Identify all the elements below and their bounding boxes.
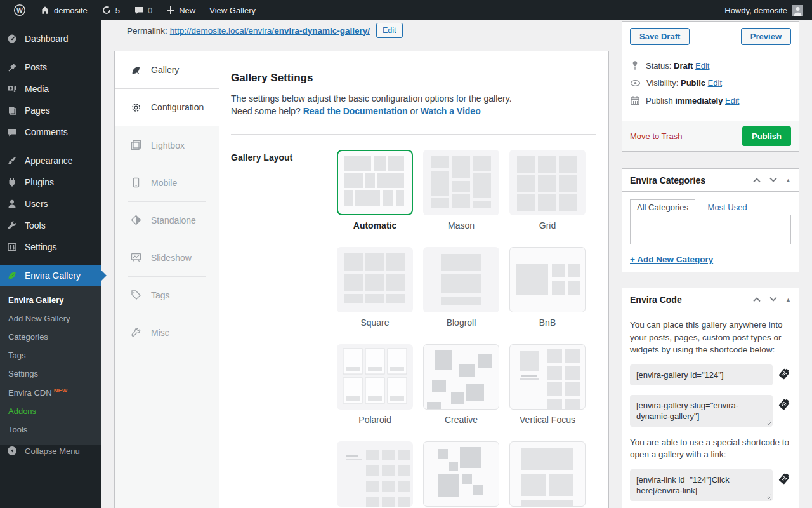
- shortcode-slug-textarea[interactable]: [envira-gallery slug="envira-dynamic-gal…: [630, 395, 773, 427]
- submenu-tags[interactable]: Tags: [0, 346, 102, 364]
- copy-clipboard-icon[interactable]: [777, 398, 791, 413]
- save-draft-button[interactable]: Save Draft: [630, 28, 690, 45]
- layout-option-row4-1[interactable]: [337, 441, 413, 507]
- layout-option-row4-3[interactable]: [509, 441, 586, 507]
- comments-menu-item[interactable]: 0: [127, 0, 159, 20]
- submenu-addons[interactable]: Addons: [0, 402, 102, 420]
- move-down-icon[interactable]: [769, 177, 778, 183]
- site-name: demosite: [54, 6, 88, 15]
- gallery-layout-label: Gallery Layout: [231, 150, 337, 507]
- layout-option-row4-2[interactable]: [423, 441, 499, 507]
- admin-bar: W demosite 5 0 New View Gallery Howdy, d…: [0, 0, 812, 20]
- layout-option-polaroid[interactable]: Polaroid: [337, 344, 413, 425]
- layout-option-mason[interactable]: Mason: [423, 150, 499, 231]
- sidebar-item-posts[interactable]: Posts: [0, 57, 102, 78]
- tab-tags[interactable]: Tags: [115, 276, 219, 314]
- plus-icon: [166, 6, 175, 15]
- view-gallery-menu-item[interactable]: View Gallery: [202, 0, 263, 20]
- envira-categories-box: Envira Categories ▲ All Categories Most …: [622, 168, 799, 272]
- collapse-icon: [7, 446, 17, 456]
- layout-option-square[interactable]: Square: [337, 247, 413, 328]
- sidebar-item-dashboard[interactable]: Dashboard: [0, 28, 102, 50]
- shortcode-id-textarea[interactable]: [envira-gallery id="124"]: [630, 364, 773, 385]
- move-up-icon[interactable]: [752, 177, 761, 183]
- edit-schedule-link[interactable]: Edit: [725, 96, 739, 105]
- tab-configuration[interactable]: Configuration: [115, 89, 219, 126]
- edit-status-link[interactable]: Edit: [695, 61, 709, 70]
- move-up-icon[interactable]: [752, 297, 761, 302]
- toggle-panel-icon[interactable]: ▲: [785, 297, 791, 303]
- submenu-categories[interactable]: Categories: [0, 328, 102, 346]
- permalink-link[interactable]: http://demosite.local/envira/envira-dyna…: [170, 26, 370, 36]
- read-documentation-link[interactable]: Read the Documentation: [303, 106, 408, 116]
- tab-lightbox[interactable]: Lightbox: [115, 126, 219, 164]
- toggle-panel-icon[interactable]: ▲: [785, 177, 791, 184]
- home-icon: [40, 5, 50, 15]
- layout-option-automatic[interactable]: Automatic: [337, 150, 413, 231]
- site-menu-item[interactable]: demosite: [33, 0, 95, 20]
- watch-video-link[interactable]: Watch a Video: [421, 106, 481, 116]
- layout-option-grid[interactable]: Grid: [509, 150, 586, 231]
- copy-clipboard-icon[interactable]: [777, 367, 791, 383]
- layout-option-creative[interactable]: Creative: [423, 344, 499, 425]
- comments-icon: [134, 6, 144, 15]
- settings-icon: [7, 242, 17, 252]
- permalink-edit-button[interactable]: Edit: [376, 23, 403, 38]
- plug-icon: [7, 177, 17, 187]
- move-to-trash-link[interactable]: Move to Trash: [630, 131, 682, 141]
- pin-icon: [630, 60, 640, 70]
- howdy-label: Howdy, demosite: [724, 6, 787, 15]
- submenu-tools[interactable]: Tools: [0, 420, 102, 439]
- lightbox-icon: [131, 140, 141, 150]
- publish-button[interactable]: Publish: [742, 126, 791, 146]
- sidebar-item-plugins[interactable]: Plugins: [0, 171, 102, 193]
- dashboard-icon: [7, 34, 17, 44]
- sidebar-item-pages[interactable]: Pages: [0, 100, 102, 121]
- sidebar-item-media[interactable]: Media: [0, 78, 102, 100]
- categories-box-title: Envira Categories: [630, 175, 705, 185]
- preview-button[interactable]: Preview: [741, 28, 791, 45]
- shortcode-link-textarea[interactable]: [envira-link id="124"]Click here[/envira…: [630, 469, 773, 501]
- sidebar-item-appearance[interactable]: Appearance: [0, 150, 102, 171]
- submenu-add-new-gallery[interactable]: Add New Gallery: [0, 309, 102, 328]
- settings-description: The settings below adjust the basic conf…: [231, 92, 596, 105]
- new-menu-item[interactable]: New: [159, 0, 202, 20]
- my-account-menu-item[interactable]: Howdy, demosite: [724, 0, 812, 20]
- sidebar-item-envira-gallery[interactable]: Envira Gallery: [0, 265, 102, 286]
- move-down-icon[interactable]: [769, 297, 778, 302]
- settings-heading: Gallery Settings: [231, 72, 596, 84]
- admin-sidebar: Dashboard Posts Media Pages Comments App…: [0, 20, 102, 508]
- copy-clipboard-icon[interactable]: [777, 472, 791, 488]
- settings-tabs: Gallery Configuration Lightbox Mobile St…: [115, 51, 219, 508]
- tab-standalone[interactable]: Standalone: [115, 201, 219, 239]
- tab-most-used[interactable]: Most Used: [708, 203, 747, 212]
- updates-menu-item[interactable]: 5: [95, 0, 127, 20]
- layout-option-blogroll[interactable]: Blogroll: [423, 247, 499, 328]
- settings-help-line: Need some help? Read the Documentation o…: [231, 105, 596, 117]
- tab-all-categories[interactable]: All Categories: [630, 199, 695, 215]
- sidebar-item-users[interactable]: Users: [0, 193, 102, 215]
- visibility-row: Visibility: Public Edit: [630, 78, 791, 88]
- tab-content: Gallery Settings The settings below adju…: [219, 51, 608, 508]
- standalone-icon: [131, 215, 141, 225]
- tab-gallery[interactable]: Gallery: [115, 51, 219, 89]
- sidebar-item-comments[interactable]: Comments: [0, 121, 102, 143]
- submenu-settings[interactable]: Settings: [0, 364, 102, 383]
- tab-misc[interactable]: Misc: [115, 314, 219, 351]
- layout-option-vertical-focus[interactable]: Vertical Focus: [509, 344, 586, 425]
- layout-option-bnb[interactable]: BnB: [509, 247, 586, 328]
- layout-grid: Automatic Mason Grid: [337, 150, 586, 507]
- sidebar-item-tools[interactable]: Tools: [0, 215, 102, 236]
- sidebar-item-settings[interactable]: Settings: [0, 236, 102, 258]
- edit-visibility-link[interactable]: Edit: [708, 78, 722, 88]
- wordpress-logo-icon[interactable]: W: [6, 0, 33, 20]
- add-new-category-link[interactable]: + Add New Category: [630, 255, 713, 264]
- submenu-envira-gallery[interactable]: Envira Gallery: [0, 291, 102, 309]
- category-list[interactable]: [630, 215, 791, 244]
- tab-mobile[interactable]: Mobile: [115, 164, 219, 201]
- collapse-menu-button[interactable]: Collapse Menu: [0, 440, 102, 462]
- eye-icon: [630, 79, 641, 88]
- publish-box: Save Draft Preview Status: Draft Edit Vi…: [622, 21, 799, 152]
- submenu-envira-cdn[interactable]: Envira CDNNEW: [0, 383, 102, 402]
- tab-slideshow[interactable]: Slideshow: [115, 239, 219, 276]
